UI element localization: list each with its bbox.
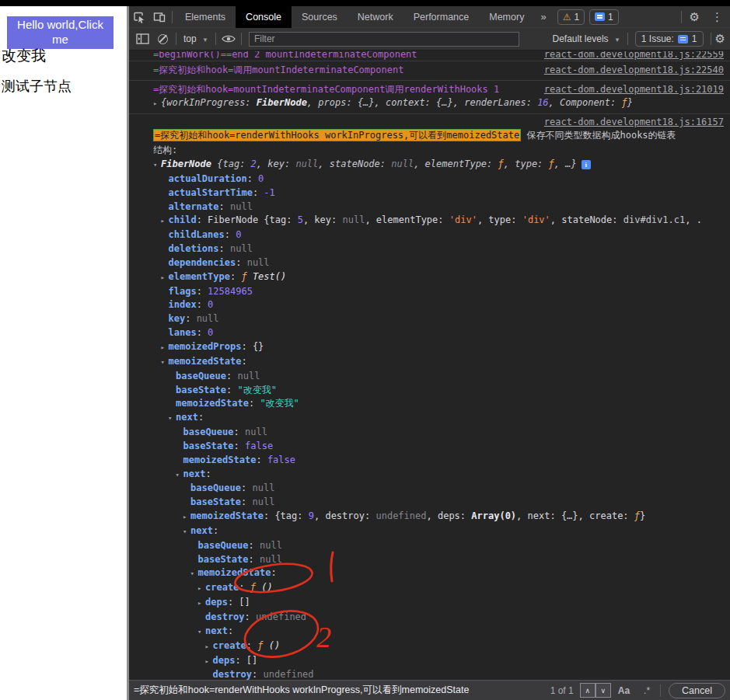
hello-world-button[interactable]: Hello world,Click me [7,16,114,49]
tree-row[interactable]: ▾memoizedState: [153,355,724,370]
issue-counter[interactable]: 1 Issue: 1 [635,31,704,47]
match-case-button[interactable]: Aa [618,685,630,696]
issues-badge[interactable]: 1 [589,9,619,25]
console-sidebar-toggle[interactable] [132,28,152,50]
expand-arrow-icon[interactable]: ▸ [197,582,205,596]
tab-memory[interactable]: Memory [479,6,534,28]
token: flags [169,286,197,297]
log-levels-dropdown[interactable]: Default levels ▼ [548,33,625,44]
regex-button[interactable]: .* [644,685,650,696]
expand-arrow-icon[interactable]: ▸ [153,97,161,110]
token: {…} [436,97,453,108]
token: : [197,327,208,338]
token: [] [239,597,250,608]
tab-elements[interactable]: Elements [175,6,236,28]
devtools-menu-icon[interactable]: ⋮ [705,10,730,24]
console-filter-input[interactable] [249,32,519,47]
tree-row[interactable]: ▾memoizedState: [153,566,724,581]
tab-console[interactable]: Console [236,6,292,28]
more-tabs-button[interactable]: » [534,11,552,23]
expand-arrow-icon[interactable]: ▸ [161,271,169,285]
token: baseState [190,496,241,507]
tree-row[interactable]: ▸elementType: ƒ Test() [153,270,724,285]
token: FiberNode [257,97,307,108]
tree-row: baseQueue: null [153,539,724,553]
collapse-arrow-icon[interactable]: ▾ [176,468,183,482]
settings-gear-icon[interactable]: ⚙ [684,10,705,24]
inspect-element-button[interactable] [129,6,149,28]
toolbar-divider [241,33,242,45]
tree-row[interactable]: ▸deps: [] [153,654,724,669]
expand-arrow-icon[interactable]: ▸ [205,655,213,669]
token: false [267,454,295,465]
search-prev-button[interactable]: ∧ [580,683,596,698]
token: null [247,257,270,268]
token: , destroy: [314,510,375,521]
tree-row[interactable]: ▸child: FiberNode {tag: 5, key: null, el… [153,214,724,228]
info-icon[interactable]: i [582,160,591,169]
token: deletions [169,243,219,254]
token: : [246,640,257,651]
collapse-arrow-icon[interactable]: ▾ [153,158,161,172]
token: : [234,441,245,451]
tree-row[interactable]: ▾next: [153,524,724,539]
tree-row: baseState: null [153,496,724,510]
tree-row: dependencies: null [153,256,724,270]
tree-row[interactable]: ▾next: [153,625,724,639]
console-settings-gear-icon[interactable]: ⚙ [714,32,727,46]
tree-row: memoizedState: false [153,454,724,468]
tab-performance[interactable]: Performance [403,6,480,28]
context-selector[interactable]: top ▼ [179,33,213,44]
tree-row[interactable]: ▸create: ƒ () [153,639,724,654]
tree-row: destroy: undefined [153,668,724,680]
token: 0 [208,327,213,338]
collapse-arrow-icon[interactable]: ▾ [168,412,176,426]
expand-arrow-icon[interactable]: ▸ [183,510,190,524]
live-expression-eye-icon[interactable] [218,28,239,50]
tab-network[interactable]: Network [348,6,403,28]
token: ƒ [622,97,627,108]
collapse-arrow-icon[interactable]: ▾ [190,567,198,581]
console-message-expanded: react-dom.development18.js:16157 =探究初始和h… [129,114,730,680]
expand-arrow-icon[interactable]: ▸ [197,597,205,611]
source-link[interactable]: react-dom.development18.js:21019 [544,83,724,96]
issue-counter-count: 1 [692,33,697,44]
source-link[interactable]: react-dom.development18.js:22540 [544,64,724,77]
tree-row[interactable]: ▸memoizedState: {tag: 9, destroy: undefi… [153,510,724,524]
search-next-button[interactable]: ∨ [596,683,611,698]
token: , next: [516,510,561,521]
token: actualDuration [169,173,247,184]
tab-sources[interactable]: Sources [292,6,348,28]
cancel-button[interactable]: Cancel [669,683,725,698]
source-link[interactable]: react-dom.development18.js:16157 [544,117,724,127]
collapse-arrow-icon[interactable]: ▾ [161,356,169,370]
token: null [252,482,274,493]
tree-row[interactable]: ▾next: [153,411,724,426]
token: baseState [176,385,226,395]
tree-row[interactable]: ▸memoizedProps: {} [153,340,724,355]
issues-count: 1 [608,12,613,23]
token: {} [253,341,264,352]
source-link[interactable]: react-dom.development18.js:22559 [544,51,724,61]
token: , stateNode: [318,158,391,169]
search-query-input[interactable] [134,685,544,696]
expand-arrow-icon[interactable]: ▸ [161,214,169,228]
object-preview-row[interactable]: ▸{workInProgress: FiberNode, props: {…},… [153,96,724,110]
token: FiberNode {tag: [208,214,298,225]
devtools-split-handle[interactable] [127,6,129,700]
clear-console-icon[interactable] [158,34,168,44]
token: ƒ [634,510,640,521]
tree-row[interactable]: ▾FiberNode {tag: 2, key: null, stateNode… [153,158,724,172]
expand-arrow-icon[interactable]: ▸ [205,640,213,654]
warnings-badge[interactable]: ⚠ 1 [557,9,585,25]
collapse-arrow-icon[interactable]: ▾ [197,625,205,639]
tree-row[interactable]: ▸create: ƒ () [153,581,724,596]
device-toolbar-button[interactable] [149,6,169,28]
token: : [228,597,239,608]
tree-row[interactable]: ▾next: [153,468,724,482]
expand-arrow-icon[interactable]: ▸ [161,341,169,355]
token: : [219,243,230,254]
collapse-arrow-icon[interactable]: ▾ [183,525,190,539]
token: , …} [554,158,577,169]
tree-row[interactable]: ▸deps: [] [153,596,724,611]
